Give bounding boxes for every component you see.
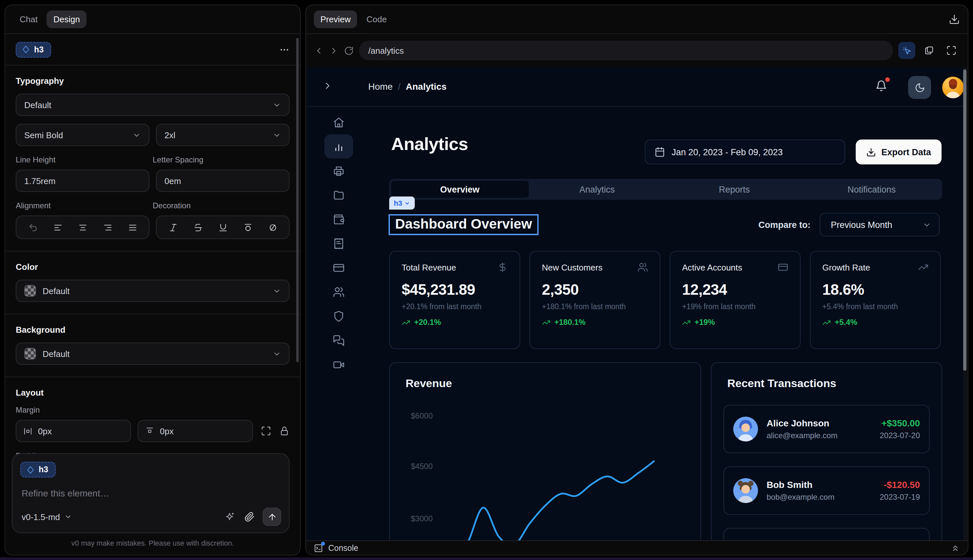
color-select[interactable]: Default	[16, 280, 290, 302]
transaction-row-partial[interactable]	[723, 528, 930, 540]
tab-analytics[interactable]: Analytics	[528, 181, 666, 198]
stat-card-growth-rate[interactable]: Growth Rate 18.6% +5.4% from last month …	[810, 251, 941, 349]
chevron-down-icon	[404, 200, 410, 206]
browser-toolbar	[306, 34, 968, 67]
sidebar-toggle-chevron[interactable]	[322, 80, 333, 91]
sidebar-item-users[interactable]	[324, 280, 353, 304]
overline-button[interactable]	[243, 222, 253, 232]
margin-x-input[interactable]: 0px	[16, 420, 131, 442]
breadcrumb-current: Analytics	[406, 81, 447, 92]
copy-pages-icon[interactable]	[921, 42, 938, 59]
margin-label: Margin	[16, 405, 290, 415]
selected-element-row: h3	[5, 34, 300, 65]
tab-preview[interactable]: Preview	[314, 10, 357, 28]
attach-paperclip-button[interactable]	[244, 512, 255, 522]
selected-element-badge[interactable]: h3	[16, 42, 51, 57]
url-bar	[359, 41, 893, 60]
selected-heading-outline[interactable]: Dashboard Overview	[389, 214, 539, 235]
forward-button[interactable]	[329, 45, 339, 55]
font-weight-select[interactable]: Semi Bold	[16, 124, 149, 146]
sidebar-item-receipt[interactable]	[324, 231, 353, 255]
breadcrumb-home[interactable]: Home	[368, 81, 393, 92]
sidebar-item-messages[interactable]	[324, 328, 353, 352]
revenue-line-chart	[390, 363, 702, 540]
strikethrough-button[interactable]	[193, 222, 203, 232]
tab-reports[interactable]: Reports	[666, 181, 803, 198]
no-decoration-button[interactable]	[268, 222, 277, 232]
sidebar-item-wallet[interactable]	[324, 207, 353, 231]
italic-button[interactable]	[168, 222, 178, 232]
element-menu-button[interactable]	[279, 44, 290, 55]
refine-input[interactable]	[22, 488, 280, 498]
background-select[interactable]: Default	[16, 343, 290, 365]
url-input[interactable]	[368, 45, 884, 55]
transaction-row[interactable]: Alice Johnson alice@example.com +$350.00…	[723, 405, 930, 453]
letter-spacing-label: Letter Spacing	[153, 155, 290, 164]
stat-card-active-accounts[interactable]: Active Accounts 12,234 +19% from last mo…	[669, 251, 801, 349]
sparkles-icon[interactable]	[225, 512, 235, 522]
console-bar[interactable]: Console	[306, 540, 968, 555]
user-avatar[interactable]	[942, 77, 964, 98]
tab-overview[interactable]: Overview	[391, 181, 528, 198]
letter-spacing-input[interactable]: 0em	[156, 170, 290, 192]
trending-up-icon	[918, 262, 928, 272]
composer-element-chip[interactable]: h3	[20, 462, 55, 477]
font-family-select[interactable]: Default	[16, 94, 290, 116]
back-button[interactable]	[314, 45, 324, 55]
tab-design[interactable]: Design	[47, 10, 87, 28]
sidebar-item-analytics[interactable]	[324, 134, 353, 158]
compare-period-select[interactable]: Previous Month	[819, 213, 940, 237]
margin-x-icon	[23, 426, 33, 436]
app-sidebar	[307, 107, 371, 540]
send-button[interactable]	[263, 508, 281, 526]
alignment-group	[16, 215, 149, 239]
sidebar-item-shield[interactable]	[324, 304, 353, 328]
tab-code[interactable]: Code	[360, 10, 394, 28]
refresh-button[interactable]	[344, 45, 354, 55]
preview-scrollbar-track[interactable]	[963, 67, 967, 540]
align-left-button[interactable]	[53, 222, 63, 232]
select-element-tool[interactable]	[898, 42, 915, 59]
background-section-title: Background	[16, 325, 290, 335]
transaction-date: 2023-07-19	[880, 493, 920, 502]
section-heading: Dashboard Overview	[395, 216, 532, 231]
stat-card-new-customers[interactable]: New Customers 2,350 +180.1% from last mo…	[529, 251, 661, 349]
sidebar-item-credit-card[interactable]	[324, 255, 353, 280]
notifications-bell-icon[interactable]	[875, 80, 887, 92]
margin-expand-button[interactable]	[261, 426, 271, 436]
chevrons-up-icon[interactable]	[951, 543, 960, 552]
sidebar-item-video[interactable]	[324, 352, 353, 377]
align-justify-button[interactable]	[127, 222, 137, 232]
tab-chat[interactable]: Chat	[13, 10, 44, 28]
dashboard-tabs: Overview Analytics Reports Notifications	[389, 179, 942, 200]
margin-lock-button[interactable]	[279, 426, 290, 436]
underline-button[interactable]	[218, 222, 228, 232]
download-icon[interactable]	[949, 14, 960, 25]
preview-scrollbar-thumb[interactable]	[963, 70, 966, 371]
sidebar-item-printer[interactable]	[324, 158, 353, 183]
date-range-picker[interactable]: Jan 20, 2023 - Feb 09, 2023	[645, 140, 845, 164]
reset-alignment-button[interactable]	[28, 222, 38, 232]
transaction-date: 2023-07-20	[880, 431, 920, 440]
line-height-input[interactable]: 1.75rem	[16, 170, 149, 192]
tab-notifications[interactable]: Notifications	[803, 181, 940, 198]
font-size-select[interactable]: 2xl	[156, 124, 290, 146]
sidebar-item-home[interactable]	[324, 110, 353, 134]
align-right-button[interactable]	[103, 222, 112, 232]
stat-card-total-revenue[interactable]: Total Revenue $45,231.89 +20.1% from las…	[389, 251, 520, 349]
margin-y-input[interactable]: 0px	[138, 420, 253, 442]
left-panel-scrollbar[interactable]	[296, 38, 299, 362]
align-center-button[interactable]	[78, 222, 87, 232]
export-data-button[interactable]: Export Data	[856, 140, 941, 164]
selection-tag-chip[interactable]: h3	[389, 197, 415, 210]
sidebar-item-folder[interactable]	[324, 183, 353, 207]
chevron-down-icon	[272, 287, 281, 295]
dollar-sign-icon	[497, 262, 508, 272]
fullscreen-icon[interactable]	[943, 42, 960, 59]
avatar	[733, 417, 758, 442]
model-selector[interactable]: v0-1.5-md	[22, 512, 72, 522]
dark-mode-toggle[interactable]	[908, 76, 931, 99]
transaction-row[interactable]: Bob Smith bob@example.com -$120.50 2023-…	[723, 466, 930, 515]
line-height-label: Line Height	[16, 155, 153, 164]
app-viewport: Home / Analytics	[307, 67, 967, 540]
